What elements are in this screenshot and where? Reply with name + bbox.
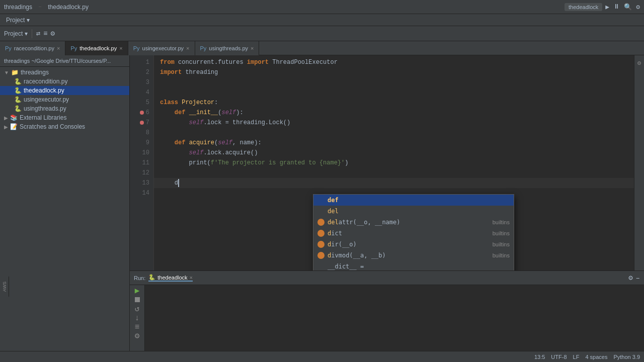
status-position[interactable]: 13:5: [534, 354, 545, 360]
toolbar-icon-2[interactable]: ≡: [43, 30, 47, 38]
ac-type-dir: builtins: [493, 241, 510, 247]
tab-close-usingthreads[interactable]: ×: [251, 45, 254, 51]
line-num-5: 5: [130, 98, 149, 108]
sidebar-item-label-threadings: threadings: [21, 69, 49, 76]
status-indent[interactable]: 4 spaces: [585, 354, 607, 360]
tab-label-thedeadlock: thedeadlock.py: [79, 45, 117, 51]
run-label: Run:: [134, 275, 145, 281]
run-rerun-icon[interactable]: ↺: [135, 305, 140, 313]
project-selector[interactable]: Project ▾: [4, 30, 28, 37]
breakpoint-dot-13: [136, 181, 140, 185]
sidebar-header[interactable]: threadings ~/Google Drive/TTU/courses/P.…: [0, 55, 129, 67]
run-icon[interactable]: ▶: [605, 3, 609, 11]
tab-close-racecondition[interactable]: ×: [57, 45, 60, 51]
tab-py-icon-active: Py: [70, 45, 77, 51]
breakpoint-dot-1: [140, 60, 144, 64]
tab-label-usingexecutor: usingexecutor.py: [142, 45, 184, 51]
line-num-1: 1: [130, 57, 149, 67]
code-line-4: [154, 87, 634, 98]
folder-icon: 📁: [11, 69, 19, 76]
sidebar-item-threadings[interactable]: ▼ 📁 threadings: [0, 68, 129, 77]
ac-label-delattr: delattr(__o, __name): [328, 219, 490, 226]
tab-label-usingthreads: usingthreads.py: [209, 45, 248, 51]
menu-project[interactable]: Project ▾: [2, 16, 34, 25]
ac-item-delattr[interactable]: delattr(__o, __name) builtins: [313, 217, 514, 228]
ac-item-dict-magic[interactable]: __dict__ =: [313, 261, 514, 270]
code-line-5: class Projector:: [154, 98, 634, 108]
breakpoint-dot-6[interactable]: [140, 111, 144, 115]
breakpoint-dot-7[interactable]: [140, 121, 144, 125]
ac-item-dict[interactable]: dict builtins: [313, 228, 514, 239]
run-stop-icon[interactable]: ⏹: [133, 296, 141, 304]
code-line-7: self.lock = threading.Lock(): [154, 118, 634, 128]
run-tab-icon: 🐍: [148, 274, 155, 281]
tab-close-usingexecutor[interactable]: ×: [186, 45, 189, 51]
ac-item-def[interactable]: def: [313, 195, 514, 206]
py-icon-usingexecutor: 🐍: [14, 96, 22, 103]
pause-icon[interactable]: ⏸: [613, 3, 620, 11]
breakpoint-dot-8: [140, 131, 144, 135]
branch-name[interactable]: thedeadlock: [565, 3, 602, 11]
run-content: ▶ ⏹ ↺ ↓ ≡ ⚙: [130, 285, 644, 351]
code-line-11: print(f'The projector is granted to {nam…: [154, 158, 634, 168]
ac-item-del[interactable]: del: [313, 206, 514, 217]
run-settings2-icon[interactable]: ⚙: [135, 332, 140, 340]
run-close-icon[interactable]: –: [636, 274, 640, 282]
line-num-13: 13: [130, 178, 149, 188]
tab-label-racecondition: racecondition.py: [14, 45, 54, 51]
text-cursor: [178, 179, 179, 187]
settings-icon[interactable]: ⚙: [636, 3, 640, 11]
py-icon-thedeadlock: 🐍: [14, 87, 22, 94]
toolbar-icon-1[interactable]: ⇄: [36, 29, 40, 38]
status-python[interactable]: Python 3.9: [613, 354, 640, 360]
breakpoint-dot-11: [136, 161, 140, 165]
tab-usingexecutor[interactable]: Py usingexecutor.py ×: [128, 41, 195, 55]
run-left-icons: ▶ ⏹ ↺ ↓ ≡ ⚙: [130, 285, 145, 351]
breakpoint-dot-4: [140, 90, 144, 95]
tab-racecondition[interactable]: Py racecondition.py ×: [0, 41, 65, 55]
autocomplete-popup[interactable]: def del delattr(__o, __name) builtins: [313, 194, 514, 270]
run-tab-thedeadlock[interactable]: 🐍 thedeadlock ×: [148, 274, 193, 282]
tw-right-icon-1[interactable]: ⚙: [635, 57, 643, 69]
code-line-13: d: [154, 178, 634, 188]
right-tool-windows: ⚙: [634, 55, 644, 270]
breakpoint-dot-9: [140, 141, 144, 145]
sidebar-item-thedeadlock[interactable]: 🐍 thedeadlock.py: [0, 86, 129, 95]
sidebar-item-external-libraries[interactable]: ▶ 📚 External Libraries: [0, 113, 129, 122]
run-play-icon[interactable]: ▶: [135, 287, 140, 295]
ac-label-del: del: [328, 208, 507, 215]
run-settings-icon[interactable]: ⚙: [628, 274, 632, 282]
py-icon-racecondition: 🐍: [14, 78, 22, 85]
ac-label-divmod: divmod(__a, __b): [328, 252, 490, 259]
code-editor[interactable]: from concurrent.futures import ThreadPoo…: [154, 55, 634, 270]
run-filter-icon[interactable]: ≡: [135, 323, 140, 331]
status-line-sep[interactable]: LF: [573, 354, 580, 360]
sidebar-item-scratches[interactable]: ▶ 📝 Scratches and Consoles: [0, 122, 129, 131]
tab-py-icon: Py: [5, 45, 12, 51]
line-num-8: 8: [130, 128, 149, 138]
ac-icon-divmod: [317, 252, 325, 259]
title-bar-left: threadings – thedeadlock.py: [4, 4, 89, 11]
search-icon[interactable]: 🔍: [624, 3, 632, 11]
sidebar-item-racecondition[interactable]: 🐍 racecondition.py: [0, 77, 129, 86]
run-tab-close[interactable]: ×: [190, 275, 193, 281]
sidebar: threadings ~/Google Drive/TTU/courses/P.…: [0, 55, 130, 351]
py-icon-usingthreads: 🐍: [14, 105, 22, 112]
ac-item-divmod[interactable]: divmod(__a, __b) builtins: [313, 250, 514, 261]
tab-usingthreads[interactable]: Py usingthreads.py ×: [195, 41, 260, 55]
breakpoint-dot-14: [136, 191, 140, 195]
sidebar-item-usingthreads[interactable]: 🐍 usingthreads.py: [0, 104, 129, 113]
code-line-3: [154, 77, 634, 87]
sidebar-item-usingexecutor[interactable]: 🐍 usingexecutor.py: [0, 95, 129, 104]
run-header: Run: 🐍 thedeadlock × ⚙ –: [130, 271, 644, 285]
tab-close-thedeadlock[interactable]: ×: [119, 45, 122, 51]
tw-left-aws[interactable]: AWS: [1, 279, 8, 295]
ac-item-dir[interactable]: dir(__o) builtins: [313, 239, 514, 250]
tab-thedeadlock[interactable]: Py thedeadlock.py ×: [65, 41, 128, 55]
sidebar-item-label-thedeadlock: thedeadlock.py: [24, 87, 64, 94]
run-scroll-icon[interactable]: ↓: [135, 314, 140, 322]
code-line-6: def __init__(self):: [154, 108, 634, 118]
status-encoding[interactable]: UTF-8: [551, 354, 567, 360]
toolbar-icon-3[interactable]: ⚙: [51, 29, 55, 38]
project-label: Project ▾: [4, 30, 28, 37]
